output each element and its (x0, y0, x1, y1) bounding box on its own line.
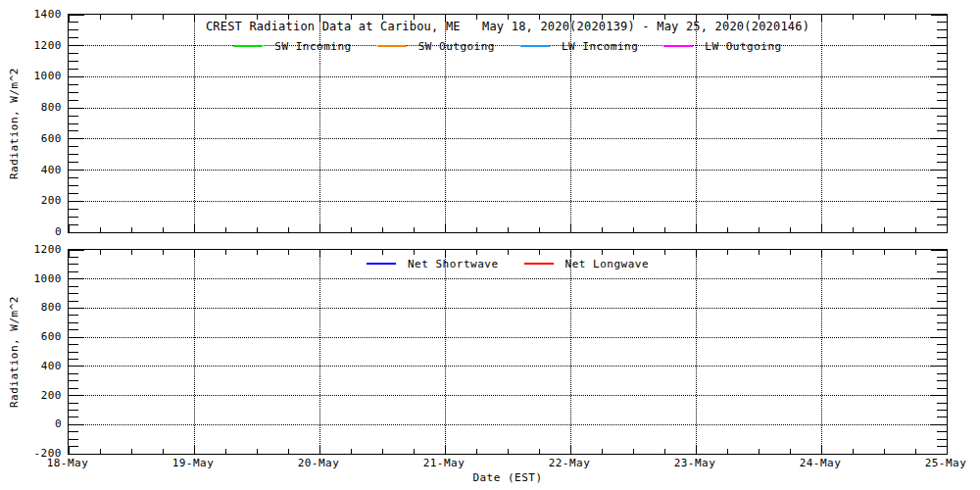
x-tick-top (790, 250, 791, 255)
y-tick-left (69, 100, 78, 101)
x-gridline (319, 250, 320, 454)
x-tick-top (759, 250, 760, 255)
y-tick-right (937, 61, 947, 62)
y-gridline (69, 170, 947, 171)
x-tick-top (508, 15, 509, 20)
y-tick-left (69, 352, 78, 353)
x-tick-top (131, 15, 132, 20)
x-tick-top (602, 15, 603, 20)
y-tick-label: 600 (23, 132, 62, 145)
legend-line-net-shortwave (367, 263, 396, 265)
x-tick-bottom (351, 227, 352, 232)
x-tick-top (696, 15, 697, 23)
y-tick-right (937, 446, 947, 447)
x-tick-bottom (853, 227, 854, 232)
y-tick-left (69, 177, 78, 178)
legend-item-sw-incoming: SW Incoming (233, 40, 351, 53)
y-gridline (69, 138, 947, 139)
x-tick-bottom (790, 227, 791, 232)
x-tick-bottom (884, 449, 885, 454)
x-tick-top (539, 250, 540, 255)
y-tick-right (931, 76, 947, 77)
y-tick-right (937, 352, 947, 353)
x-tick-bottom (69, 446, 70, 454)
y-tick-right (937, 416, 947, 417)
y-tick-right (937, 29, 947, 30)
y-tick-left (69, 322, 78, 323)
x-tick-top (790, 15, 791, 20)
y-tick-label: 200 (23, 194, 62, 207)
y-tick-right (937, 209, 947, 210)
y-tick-left (69, 22, 78, 23)
net-radiation-panel: Net ShortwaveNet Longwave (68, 249, 948, 455)
y-tick-right (937, 162, 947, 163)
y-tick-right (937, 130, 947, 131)
x-tick-top (194, 15, 195, 23)
x-tick-bottom (131, 449, 132, 454)
x-tick-top (664, 250, 665, 255)
x-tick-bottom (382, 449, 383, 454)
y-tick-left (69, 146, 78, 147)
x-tick-bottom (602, 227, 603, 232)
y-tick-left (69, 108, 84, 109)
x-tick-bottom (570, 446, 571, 454)
y-tick-left (69, 380, 78, 381)
y-gridline (69, 108, 947, 109)
x-tick-top (319, 15, 320, 23)
y-tick-right (931, 250, 947, 251)
x-tick-bottom (414, 227, 415, 232)
x-tick-bottom (257, 227, 258, 232)
y-tick-left (69, 271, 78, 272)
y-tick-left (69, 439, 78, 440)
x-tick-top (633, 250, 634, 255)
x-tick-top (288, 250, 289, 255)
x-tick-top (351, 250, 352, 255)
y-tick-right (937, 69, 947, 70)
y-tick-left (69, 293, 78, 294)
x-tick-top (288, 15, 289, 20)
y-tick-left (69, 250, 84, 251)
y-tick-right (937, 224, 947, 225)
y-tick-left (69, 446, 78, 447)
y-tick-left (69, 170, 84, 171)
y-tick-label: 1000 (23, 70, 62, 82)
y-tick-right (937, 380, 947, 381)
y-tick-left (69, 61, 78, 62)
legend-label-net-longwave: Net Longwave (565, 258, 649, 270)
x-tick-top (163, 15, 164, 20)
x-tick-top (884, 250, 885, 255)
x-tick-bottom (288, 449, 289, 454)
x-tick-top (539, 15, 540, 20)
x-tick-bottom (351, 449, 352, 454)
y-tick-right (931, 424, 947, 425)
y-tick-right (931, 308, 947, 309)
y-tick-right (937, 123, 947, 124)
y-tick-left (69, 76, 84, 77)
x-tick-top (163, 250, 164, 255)
y-tick-right (931, 454, 947, 455)
y-tick-right (931, 337, 947, 338)
y-tick-right (937, 293, 947, 294)
y-tick-right (931, 278, 947, 279)
x-tick-label: 18-May (35, 457, 100, 469)
x-tick-bottom (664, 227, 665, 232)
y-tick-right (937, 373, 947, 374)
y-gridline (69, 395, 947, 396)
x-tick-bottom (759, 227, 760, 232)
x-tick-bottom (915, 449, 916, 454)
x-tick-top (351, 15, 352, 20)
y-tick-left (69, 185, 78, 186)
legend-label-lw-incoming: LW Incoming (562, 40, 638, 53)
x-tick-bottom (884, 227, 885, 232)
x-gridline (821, 250, 822, 454)
y-gridline (69, 366, 947, 367)
x-tick-bottom (319, 224, 320, 232)
x-tick-top (759, 15, 760, 20)
y-tick-right (937, 177, 947, 178)
x-tick-top (69, 15, 70, 23)
y-tick-left (69, 201, 84, 202)
y-tick-left (69, 315, 78, 316)
legend-line-sw-incoming (233, 45, 263, 47)
y-tick-label: 800 (23, 301, 62, 314)
legend-line-net-longwave (524, 263, 554, 265)
